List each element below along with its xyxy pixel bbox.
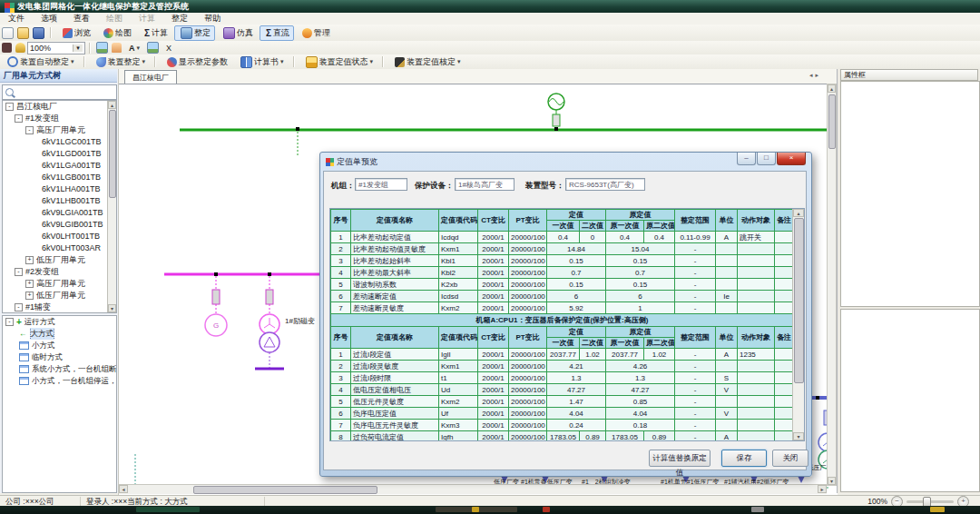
table-row[interactable]: 4低电压定值相电压Ud2000/120000/10047.2747.27-V (331, 384, 794, 396)
canvas-horizontal-scrollbar[interactable] (119, 484, 827, 494)
expand-icon[interactable] (25, 292, 34, 300)
tree-item[interactable]: 6kV1LGB001TB (3, 172, 116, 183)
feeder-breaker[interactable] (212, 290, 220, 304)
expand-icon[interactable] (25, 256, 34, 264)
tree-item[interactable]: 6kV1LGD001TB (3, 148, 116, 160)
tree-item[interactable]: 6kV9LGIA001TB (3, 207, 116, 219)
tree-search-box[interactable] (2, 84, 117, 100)
excitation-transformer-secondary[interactable] (260, 332, 279, 352)
unit-field[interactable]: #1发变组 (355, 178, 407, 191)
open-icon[interactable] (17, 27, 29, 39)
tree-item[interactable]: 6kV1LHB001TB (3, 195, 116, 207)
scroll-up-icon[interactable] (793, 209, 804, 217)
scroll-thumb[interactable] (828, 94, 836, 149)
tree-item[interactable]: 临时方式 (3, 351, 116, 363)
tree-item[interactable]: 运行方式 (3, 316, 116, 328)
zoom-slider-track[interactable] (906, 500, 954, 503)
close-icon[interactable] (777, 153, 806, 165)
tree-item[interactable]: 低压厂用单元 (3, 290, 116, 301)
table-row[interactable]: 1比率差动起动定值Icdqd2000/120000/1000.400.40.40… (331, 232, 794, 243)
minimize-button[interactable] (737, 153, 756, 165)
expand-icon[interactable] (15, 114, 23, 123)
maximize-button[interactable] (757, 153, 776, 165)
expand-icon[interactable] (25, 126, 34, 134)
tree-item[interactable]: 小方式，一台机组停运，系统侧断开 (3, 375, 116, 387)
tab-scroll-arrows[interactable] (809, 72, 821, 79)
calc-button[interactable]: Σ计算 (138, 25, 172, 41)
draw-button[interactable]: 绘图 (97, 25, 136, 41)
scroll-thumb[interactable] (109, 110, 116, 198)
zoom-combobox[interactable]: 100% (27, 42, 85, 54)
table-row[interactable]: 6负序电压定值Uf2000/120000/1004.044.04-V (331, 408, 794, 420)
device-value-verify-button[interactable]: 装置定值核定 (388, 54, 466, 70)
table-row[interactable]: 2过流I段灵敏度Kxm12000/120000/1004.214.26- (331, 361, 794, 372)
pan-hand-icon[interactable] (112, 43, 122, 53)
table-row[interactable]: 6差动速断定值Icdsd2000/120000/10066-Ie (331, 291, 794, 302)
scroll-right-icon[interactable] (815, 72, 821, 78)
tree-item[interactable]: 6kV1LGA001TB (3, 160, 116, 172)
expand-icon[interactable] (25, 280, 34, 288)
model-field[interactable]: RCS-9653T(高厂变) (565, 178, 645, 191)
table-vertical-scrollbar[interactable] (792, 209, 804, 440)
table-row[interactable]: 8过负荷电流定值Igfh2000/120000/1001783.050.8917… (331, 431, 794, 442)
tab-changjiang-plant[interactable]: 昌江核电厂 (124, 70, 177, 84)
feeder-breaker[interactable] (266, 290, 273, 304)
chevron-down-icon[interactable] (73, 44, 83, 52)
scroll-down-icon[interactable] (828, 477, 836, 485)
tree-item[interactable]: 6kV0LHT003AR (3, 242, 116, 254)
picture-icon[interactable] (147, 42, 159, 54)
menu-help[interactable]: 帮助 (196, 13, 229, 25)
tree-item[interactable]: 系统小方式，一台机组断开 (3, 363, 116, 375)
table-row[interactable]: 3过流I段时限t12000/120000/1001.31.3-S (331, 372, 794, 384)
setting-button[interactable]: 整定 (174, 25, 215, 41)
tree-item[interactable]: 6kV1LGC001TB (3, 136, 116, 148)
tree-item[interactable]: 高压厂用单元 (3, 124, 116, 136)
tree-item[interactable]: 6kV9LGIB001TB (3, 219, 116, 231)
device-auto-setting-button[interactable]: 装置自动整定 (1, 54, 79, 70)
tree-item[interactable]: 低压厂用单元 (3, 254, 116, 266)
font-button[interactable]: A (124, 42, 144, 54)
expand-icon[interactable] (5, 103, 14, 111)
close-button[interactable]: 关闭 (772, 450, 808, 467)
dc-button[interactable]: Σ直流 (260, 25, 294, 41)
find-icon[interactable] (2, 43, 12, 53)
image-icon[interactable] (96, 42, 108, 54)
table-row[interactable]: 7差动速断灵敏度Kxm22000/120000/1005.921- (331, 302, 794, 314)
calc-book-button[interactable]: 计算书 (234, 54, 289, 70)
scroll-left-icon[interactable] (119, 485, 128, 493)
tree-item[interactable]: #2发变组 (3, 266, 116, 278)
manage-button[interactable]: 管理 (296, 25, 335, 41)
tree-item[interactable]: 高压厂用单元 (3, 278, 116, 290)
tree-item[interactable]: #1辅变 (3, 301, 116, 313)
tree-item-selected[interactable]: 大方式 (3, 328, 116, 340)
device-field[interactable]: 1#核岛高厂变 (455, 178, 514, 191)
replace-with-calculated-button[interactable]: 计算值替换原定值 (649, 450, 710, 467)
expand-icon[interactable] (15, 268, 23, 276)
canvas-vertical-scrollbar[interactable] (827, 84, 837, 486)
tree-item[interactable]: #1发变组 (3, 113, 116, 124)
device-setting-button[interactable]: 装置整定 (90, 54, 151, 70)
table-row[interactable]: 3比率差动起始斜率Kbl12000/120000/1000.150.15- (331, 255, 794, 267)
simulation-button[interactable]: 仿真 (217, 25, 258, 41)
expand-icon[interactable] (5, 318, 14, 326)
scroll-down-icon[interactable] (793, 432, 804, 440)
show-setting-params-button[interactable]: 显示整定参数 (161, 54, 232, 70)
tree-item[interactable]: 6kV1LHA001TB (3, 183, 116, 195)
table-row[interactable]: 5低压元件灵敏度Kxm22000/120000/1001.470.85- (331, 396, 794, 408)
search-input[interactable] (16, 86, 111, 98)
scroll-thumb[interactable] (193, 486, 377, 494)
menu-file[interactable]: 文件 (0, 13, 33, 25)
tree-item[interactable]: 昌江核电厂 (3, 101, 116, 113)
menu-view[interactable]: 查看 (65, 13, 98, 25)
menu-setting[interactable]: 整定 (163, 13, 196, 25)
menu-options[interactable]: 选项 (33, 13, 65, 25)
table-row[interactable]: 7负序电压元件灵敏度Kxm32000/120000/1000.240.18- (331, 420, 794, 431)
setting-table-container[interactable]: 序号 定值项名称 定值项代码 CT变比 PT变比 定值 原定值 整定范围 单位 … (329, 208, 805, 441)
save-icon[interactable] (33, 27, 44, 39)
expand-icon[interactable] (15, 303, 23, 311)
scroll-up-icon[interactable] (108, 101, 116, 109)
device-value-state-button[interactable]: 装置定值状态 (299, 54, 378, 70)
tree-item[interactable]: 小方式 (3, 340, 116, 351)
scroll-thumb[interactable] (794, 218, 804, 383)
new-icon[interactable] (2, 27, 14, 39)
